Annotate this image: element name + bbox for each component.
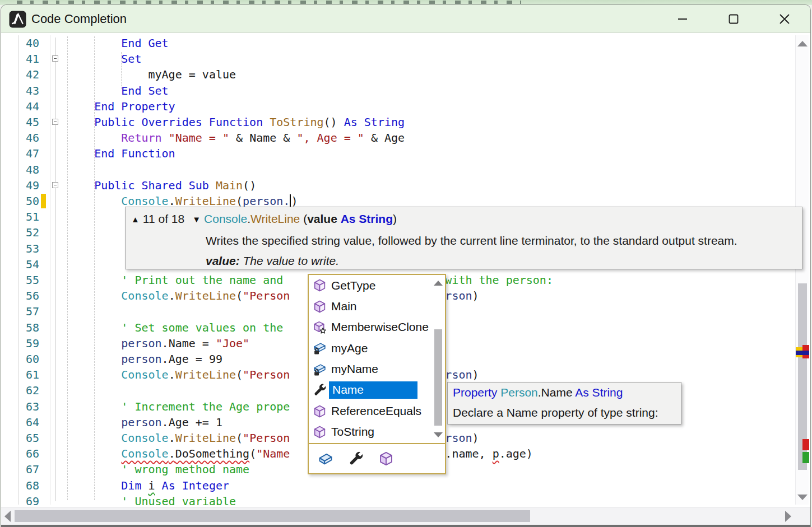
method-icon (313, 278, 327, 292)
completion-item-label: MemberwiseClone (331, 320, 429, 334)
completion-item-MemberwiseClone[interactable]: MemberwiseClone (309, 317, 445, 338)
line-number[interactable]: 57 (17, 304, 39, 319)
completion-filter-bar (309, 443, 445, 473)
overload-counter: 11 of 18 (143, 212, 184, 226)
line-number[interactable]: 41 (17, 51, 39, 67)
code-line-42[interactable]: 42 myAge = value (1, 67, 797, 82)
code-line-43[interactable]: 43 End Set (1, 83, 797, 99)
line-number[interactable]: 45 (17, 114, 39, 130)
line-number[interactable]: 47 (17, 146, 39, 161)
line-number[interactable]: 61 (17, 367, 39, 383)
horizontal-scroll-thumb[interactable] (15, 510, 530, 522)
field-icon[interactable] (318, 451, 333, 467)
method-icon (313, 404, 327, 418)
completion-item-Main[interactable]: Main (309, 296, 445, 316)
code-line-44[interactable]: 44 End Property (1, 99, 797, 114)
scroll-down-icon[interactable] (797, 495, 808, 500)
line-number[interactable]: 58 (17, 320, 39, 335)
completion-item-label: myAge (331, 342, 368, 355)
line-number[interactable]: 62 (17, 383, 39, 398)
line-number[interactable]: 55 (17, 272, 39, 288)
protected-method-icon (313, 320, 327, 334)
line-number[interactable]: 40 (17, 35, 39, 51)
method-icon (313, 425, 327, 439)
code-line-46[interactable]: 46 Return "Name = " & Name & ", Age = " … (1, 130, 797, 146)
line-number[interactable]: 66 (17, 446, 39, 461)
vertical-scrollbar[interactable] (795, 35, 809, 505)
code-line-47[interactable]: 47 End Function (1, 146, 797, 161)
line-number[interactable]: 60 (17, 351, 39, 367)
private-field-icon (313, 362, 327, 376)
completion-item-ReferenceEquals[interactable]: ReferenceEquals (309, 400, 445, 421)
line-number[interactable]: 63 (17, 399, 39, 414)
completion-item-label: Name (329, 381, 417, 399)
signature-row: ▲ 11 of 18 ▼ Console.WriteLine (value As… (131, 212, 397, 226)
completion-item-myName[interactable]: myName (309, 359, 445, 380)
line-number[interactable]: 44 (17, 99, 39, 114)
code-line-68[interactable]: 68 Dim i As Integer (1, 478, 797, 493)
property-signature: Property Person.Name As String (453, 386, 623, 399)
line-number[interactable]: 56 (17, 288, 39, 304)
method-description: Writes the specified string value, follo… (206, 234, 737, 248)
code-line-40[interactable]: 40 End Get (1, 35, 797, 51)
completion-scrollbar[interactable] (433, 276, 444, 441)
line-number[interactable]: 67 (17, 461, 39, 477)
completion-item-myAge[interactable]: myAge (309, 338, 445, 358)
private-field-icon (313, 341, 327, 355)
line-number[interactable]: 42 (17, 67, 39, 82)
overload-down-icon[interactable]: ▼ (192, 214, 201, 224)
line-number[interactable]: 50 (17, 193, 39, 209)
property-icon[interactable] (348, 451, 364, 467)
line-number[interactable]: 48 (17, 162, 39, 178)
completion-popup: GetTypeMainMemberwiseClonemyAgemyNameNam… (308, 274, 446, 474)
error-marker (802, 439, 809, 450)
line-number[interactable]: 46 (17, 130, 39, 146)
scroll-up-icon[interactable] (434, 281, 443, 286)
scroll-right-icon[interactable] (785, 511, 791, 522)
background-window-artifacts (17, 1, 521, 4)
method-icon (313, 300, 327, 314)
completion-item-label: myName (331, 362, 378, 376)
fold-toggle[interactable] (52, 182, 58, 188)
scroll-down-icon[interactable] (434, 432, 443, 437)
completion-item-Name[interactable]: Name (309, 380, 445, 400)
completion-item-label: GetType (331, 279, 375, 292)
method-icon[interactable] (378, 451, 394, 467)
scroll-up-icon[interactable] (797, 41, 808, 46)
completion-item-ToString[interactable]: ToString (309, 422, 445, 442)
code-line-45[interactable]: 45 Public Overrides Function ToString() … (1, 114, 797, 130)
changed-line-bar (41, 194, 46, 208)
horizontal-scrollbar[interactable] (1, 507, 810, 525)
parameter-text: The value to write. (240, 254, 339, 267)
quick-info-tooltip: Property Person.Name As String Declare a… (447, 382, 681, 425)
fold-toggle[interactable] (52, 119, 58, 125)
completion-item-GetType[interactable]: GetType (309, 275, 445, 296)
fold-toggle[interactable] (52, 55, 58, 62)
caret-position-marker (796, 351, 809, 355)
code-line-41[interactable]: 41 Set (1, 51, 797, 67)
code-completion-window: Code Completion 40 End Get41 Set42 myAge… (1, 4, 811, 527)
completion-item-label: Main (331, 300, 357, 313)
line-number[interactable]: 65 (17, 430, 39, 446)
property-description: Declare a Name property of type string: (453, 406, 658, 419)
line-number[interactable]: 51 (17, 209, 39, 225)
line-number[interactable]: 68 (17, 478, 39, 493)
parameter-name: value: (206, 254, 240, 267)
method-signature: Console.WriteLine (value As String) (204, 212, 397, 226)
code-line-49[interactable]: 49 Public Shared Sub Main() (1, 178, 797, 193)
code-line-48[interactable]: 48 (1, 162, 797, 178)
window-bottom-edge (1, 525, 810, 527)
line-number[interactable]: 49 (17, 178, 39, 193)
line-number[interactable]: 43 (17, 83, 39, 99)
line-number[interactable]: 52 (17, 225, 39, 240)
line-number[interactable]: 64 (17, 414, 39, 430)
property-icon (313, 383, 327, 397)
line-number[interactable]: 59 (17, 335, 39, 351)
overload-up-icon[interactable]: ▲ (131, 214, 140, 224)
completion-scroll-thumb[interactable] (434, 329, 442, 426)
scroll-left-icon[interactable] (4, 511, 11, 522)
line-number[interactable]: 54 (17, 256, 39, 272)
line-number[interactable]: 53 (17, 241, 39, 256)
warning-marker (802, 452, 809, 463)
parameter-description: value: The value to write. (206, 254, 339, 268)
